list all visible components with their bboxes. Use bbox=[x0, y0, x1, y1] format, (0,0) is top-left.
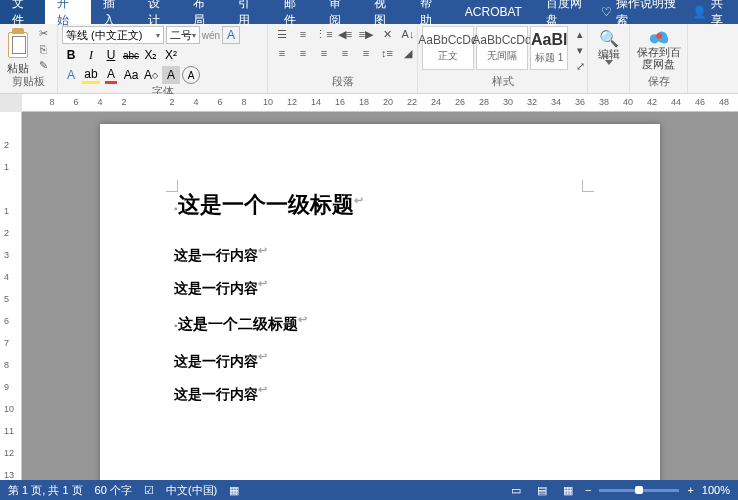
svg-point-3 bbox=[656, 33, 662, 39]
format-painter-button[interactable]: ✎ bbox=[34, 58, 52, 72]
increase-indent-button[interactable]: ≡▶ bbox=[356, 26, 376, 42]
enclose-characters-button[interactable]: A bbox=[182, 66, 200, 84]
font-name-combo[interactable]: 等线 (中文正文) ▾ bbox=[62, 26, 164, 44]
ruler-tick: 10 bbox=[4, 404, 14, 414]
tab-review[interactable]: 审阅 bbox=[317, 0, 362, 24]
align-center-button[interactable]: ≡ bbox=[293, 45, 313, 61]
tab-layout[interactable]: 布局 bbox=[181, 0, 226, 24]
font-color-button[interactable]: A bbox=[102, 66, 120, 84]
doc-paragraph[interactable]: 这是一行内容↩ bbox=[174, 277, 586, 298]
doc-heading2[interactable]: ▪这是一个二级标题↩ bbox=[174, 313, 586, 334]
cut-button[interactable]: ✂ bbox=[34, 26, 52, 40]
tab-file[interactable]: 文件 bbox=[0, 0, 45, 24]
share-button[interactable]: 👤 共享 bbox=[692, 0, 730, 29]
web-layout-button[interactable]: ▦ bbox=[559, 483, 577, 497]
ruler-tick: 32 bbox=[527, 97, 537, 107]
margin-corner-icon bbox=[166, 180, 178, 192]
style-preview: AaBl bbox=[531, 31, 567, 49]
decrease-indent-button[interactable]: ◀≡ bbox=[335, 26, 355, 42]
ruler-tick: 2 bbox=[121, 97, 126, 107]
strikethrough-button[interactable]: abc bbox=[122, 46, 140, 64]
read-mode-button[interactable]: ▭ bbox=[507, 483, 525, 497]
vertical-ruler[interactable]: 21123456789101112131415 bbox=[0, 112, 22, 480]
doc-paragraph[interactable]: 这是一行内容↩ bbox=[174, 383, 586, 404]
doc-paragraph[interactable]: 这是一行内容↩ bbox=[174, 244, 586, 265]
document-page[interactable]: ▪这是一个一级标题↩ 这是一行内容↩ 这是一行内容↩ ▪这是一个二级标题↩ 这是… bbox=[100, 124, 660, 480]
ruler-tick: 22 bbox=[407, 97, 417, 107]
tab-design[interactable]: 设计 bbox=[136, 0, 181, 24]
text-direction-button[interactable]: ✕ bbox=[377, 26, 397, 42]
underline-button[interactable]: U bbox=[102, 46, 120, 64]
bold-button[interactable]: B bbox=[62, 46, 80, 64]
ruler-tick: 34 bbox=[551, 97, 561, 107]
tab-mailings[interactable]: 邮件 bbox=[272, 0, 317, 24]
text-effects-button[interactable]: A bbox=[62, 66, 80, 84]
multilevel-list-button[interactable]: ⋮≡ bbox=[314, 26, 334, 42]
tab-insert[interactable]: 插入 bbox=[91, 0, 136, 24]
ruler-tick: 4 bbox=[193, 97, 198, 107]
ruler-tick: 20 bbox=[383, 97, 393, 107]
change-case-button[interactable]: Aa bbox=[122, 66, 140, 84]
word-count[interactable]: 60 个字 bbox=[95, 483, 132, 498]
tab-view[interactable]: 视图 bbox=[362, 0, 407, 24]
align-right-button[interactable]: ≡ bbox=[314, 45, 334, 61]
shading-button[interactable]: ◢ bbox=[398, 45, 418, 61]
ruler-tick: 3 bbox=[4, 250, 9, 260]
doc-paragraph[interactable]: 这是一行内容↩ bbox=[174, 350, 586, 371]
macro-icon[interactable]: ▦ bbox=[229, 484, 239, 497]
edit-group: 🔍 编辑 bbox=[588, 24, 630, 93]
paste-button[interactable]: 粘贴 bbox=[4, 26, 32, 74]
print-layout-button[interactable]: ▤ bbox=[533, 483, 551, 497]
font-size-combo[interactable]: 二号 ▾ bbox=[166, 26, 200, 44]
zoom-slider[interactable] bbox=[599, 489, 679, 492]
page-number[interactable]: 第 1 页, 共 1 页 bbox=[8, 483, 83, 498]
subscript-button[interactable]: X₂ bbox=[142, 46, 160, 64]
superscript-button[interactable]: X² bbox=[162, 46, 180, 64]
bullets-button[interactable]: ☰ bbox=[272, 26, 292, 42]
style-heading1[interactable]: AaBl 标题 1 bbox=[530, 26, 568, 70]
spell-check-icon[interactable]: ☑ bbox=[144, 484, 154, 497]
language[interactable]: 中文(中国) bbox=[166, 483, 217, 498]
ruler-tick: 8 bbox=[49, 97, 54, 107]
highlight-button[interactable]: ab bbox=[82, 66, 100, 84]
ruler-tick: 8 bbox=[4, 360, 9, 370]
zoom-out-button[interactable]: − bbox=[585, 484, 591, 496]
bulb-icon: ♡ bbox=[601, 5, 612, 19]
distributed-button[interactable]: ≡ bbox=[356, 45, 376, 61]
ribbon: 粘贴 ✂ ⎘ ✎ 剪贴板 等线 (中文正文) ▾ 二号 ▾ wén A bbox=[0, 24, 738, 94]
cloud-icon bbox=[648, 28, 670, 46]
zoom-level[interactable]: 100% bbox=[702, 484, 730, 496]
ribbon-tabs: 文件 开始 插入 设计 布局 引用 邮件 审阅 视图 帮助 ACROBAT 百度… bbox=[0, 0, 738, 24]
character-shading-button[interactable]: A bbox=[162, 66, 180, 84]
styles-group: AaBbCcDd 正文 AaBbCcDd 无间隔 AaBl 标题 1 ▴ ▾ ⤢… bbox=[418, 24, 588, 93]
tab-references[interactable]: 引用 bbox=[226, 0, 271, 24]
tab-home[interactable]: 开始 bbox=[45, 0, 90, 24]
save-baidu-button[interactable]: 保存到百度网盘 bbox=[634, 26, 683, 70]
copy-button[interactable]: ⎘ bbox=[34, 42, 52, 56]
italic-button[interactable]: I bbox=[82, 46, 100, 64]
tab-help[interactable]: 帮助 bbox=[408, 0, 453, 24]
sort-button[interactable]: A↓ bbox=[398, 26, 418, 42]
numbering-button[interactable]: ≡ bbox=[293, 26, 313, 42]
style-normal[interactable]: AaBbCcDd 正文 bbox=[422, 26, 474, 70]
ruler-tick: 6 bbox=[4, 316, 9, 326]
page-area[interactable]: ▪这是一个一级标题↩ 这是一行内容↩ 这是一行内容↩ ▪这是一个二级标题↩ 这是… bbox=[22, 112, 738, 480]
line-spacing-button[interactable]: ↕≡ bbox=[377, 45, 397, 61]
align-left-button[interactable]: ≡ bbox=[272, 45, 292, 61]
tab-acrobat[interactable]: ACROBAT bbox=[453, 0, 534, 24]
style-nospacing[interactable]: AaBbCcDd 无间隔 bbox=[476, 26, 528, 70]
tab-baidu[interactable]: 百度网盘 bbox=[534, 0, 601, 24]
phonetic-guide-button[interactable]: A bbox=[222, 26, 240, 44]
zoom-in-button[interactable]: + bbox=[687, 484, 693, 496]
font-size-value: 二号 bbox=[170, 28, 192, 43]
ruler-tick: 44 bbox=[671, 97, 681, 107]
clear-formatting-button[interactable]: A◇ bbox=[142, 66, 160, 84]
doc-heading1[interactable]: ▪这是一个一级标题↩ bbox=[174, 190, 586, 220]
styles-group-label: 样式 bbox=[422, 74, 583, 91]
edit-button[interactable]: 🔍 编辑 bbox=[592, 26, 625, 65]
horizontal-ruler[interactable]: 8642246810121416182022242628303234363840… bbox=[22, 94, 738, 112]
increase-font-button[interactable]: wén bbox=[202, 26, 220, 44]
ruler-tick: 6 bbox=[73, 97, 78, 107]
ruler-tick: 4 bbox=[4, 272, 9, 282]
justify-button[interactable]: ≡ bbox=[335, 45, 355, 61]
